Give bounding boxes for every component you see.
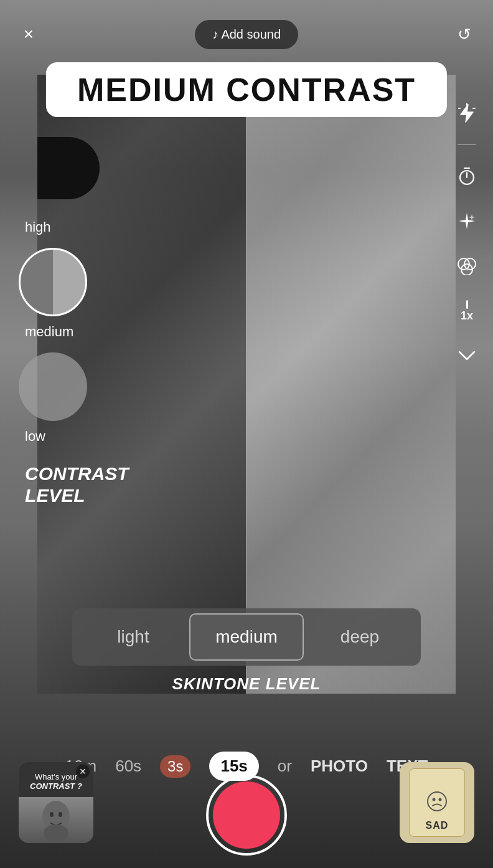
contrast-low-indicator[interactable] (19, 352, 87, 421)
contrast-high-indicator[interactable] (37, 137, 100, 212)
skintone-selector: light medium deep (72, 608, 421, 666)
contrast-thumbnail-left[interactable]: × What's your CONTRAST ? (19, 762, 93, 843)
timing-3s[interactable]: 3s (160, 755, 190, 778)
skintone-level-label: SKINTONE LEVEL (172, 674, 321, 694)
skintone-option-medium[interactable]: medium (189, 613, 304, 661)
medium-contrast-shape (19, 248, 87, 316)
svg-point-10 (59, 812, 62, 817)
sparkle-icon[interactable] (453, 207, 481, 235)
skintone-option-light[interactable]: light (77, 615, 189, 659)
svg-point-14 (439, 798, 442, 801)
record-button-inner (213, 781, 280, 849)
flash-icon[interactable] (453, 100, 481, 127)
color-filter-icon[interactable] (453, 252, 481, 280)
thumbnail-close-button[interactable]: × (76, 765, 90, 778)
speed-bar (466, 300, 468, 309)
thumbnail-preview-image (19, 797, 93, 843)
sad-thumbnail-right[interactable]: SAD (400, 762, 474, 843)
contrast-medium-label: medium (25, 324, 73, 340)
skintone-section: light medium deep SKINTONE LEVEL (60, 608, 433, 694)
speed-indicator: 1x (461, 300, 473, 321)
timing-or: or (278, 757, 292, 776)
skintone-option-deep[interactable]: deep (304, 615, 416, 659)
contrast-medium-indicator[interactable] (19, 248, 87, 316)
svg-point-13 (433, 798, 436, 801)
sad-label: SAD (426, 820, 449, 831)
svg-point-9 (50, 812, 54, 817)
face-divider-line (246, 75, 247, 694)
svg-point-12 (428, 792, 446, 811)
sad-card: SAD (409, 768, 465, 837)
title-text: MEDIUM CONTRAST (77, 72, 416, 108)
refresh-button[interactable]: ↺ (451, 21, 478, 48)
right-controls-panel: 1x (453, 100, 481, 369)
chevron-down-icon[interactable] (453, 342, 481, 369)
speed-value: 1x (461, 310, 473, 321)
contrast-high-label: high (25, 219, 51, 235)
title-badge: MEDIUM CONTRAST (46, 62, 447, 117)
add-sound-button[interactable]: ♪ Add sound (195, 20, 298, 49)
low-contrast-shape (19, 352, 87, 421)
svg-point-11 (44, 824, 68, 842)
speed-control[interactable]: 1x (453, 297, 481, 324)
record-button[interactable] (206, 775, 287, 856)
timer-icon[interactable] (453, 163, 481, 190)
timing-60s[interactable]: 60s (115, 757, 141, 776)
close-button[interactable]: × (15, 21, 42, 48)
high-contrast-shape (37, 137, 100, 199)
controls-divider (458, 144, 476, 145)
face-photo-half (247, 75, 456, 694)
timing-photo[interactable]: PHOTO (311, 757, 368, 776)
top-bar: × ♪ Add sound ↺ (0, 0, 493, 62)
contrast-low-label: low (25, 428, 45, 445)
contrast-indicators: high medium low CONTRASTLEVEL (19, 137, 129, 506)
contrast-level-label: CONTRASTLEVEL (25, 463, 129, 506)
record-area (206, 775, 287, 856)
